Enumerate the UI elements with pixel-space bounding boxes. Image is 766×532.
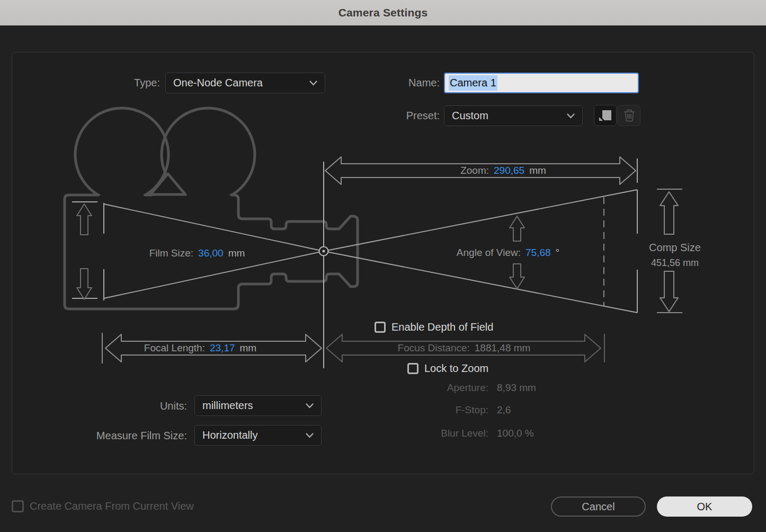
camera-settings-dialog: Camera Settings	[0, 0, 766, 532]
angle-of-view-label: Angle of View:	[457, 247, 521, 259]
focus-distance-dimension-text: Focus Distance: 1881,48 mm	[398, 342, 531, 354]
chevron-down-icon	[309, 81, 317, 86]
film-size-unit: mm	[228, 247, 245, 259]
comp-size-label: Comp Size	[649, 242, 701, 254]
preset-label: Preset:	[376, 109, 440, 122]
focal-length-dimension-text: Focal Length: 23,17 mm	[144, 342, 256, 354]
zoom-label: Zoom:	[460, 165, 489, 176]
trash-icon	[622, 109, 636, 122]
comp-size-text: Comp Size 451,56 mm	[649, 242, 701, 269]
comp-size-value: 451,56 mm	[649, 258, 701, 269]
chevron-down-icon	[567, 113, 575, 119]
preset-select-value: Custom	[452, 110, 488, 122]
chevron-down-icon	[306, 433, 314, 438]
focal-length-unit: mm	[240, 342, 257, 354]
measure-film-size-label: Measure Film Size:	[81, 429, 187, 442]
name-input-selected-text: Camera 1	[449, 75, 497, 91]
measure-film-size-value: Horizontally	[202, 429, 257, 441]
film-size-value[interactable]: 36,00	[198, 247, 224, 259]
aperture-label: Aperture:	[381, 382, 488, 394]
units-select-value: millimeters	[202, 400, 253, 412]
ok-button[interactable]: OK	[657, 496, 752, 517]
type-label: Type:	[96, 76, 160, 89]
focal-length-value[interactable]: 23,17	[210, 342, 235, 354]
aperture-value: 8,93 mm	[497, 382, 536, 394]
enable-dof-checkbox[interactable]	[375, 322, 386, 333]
fstop-label: F-Stop:	[381, 404, 488, 416]
lock-to-zoom-label: Lock to Zoom	[424, 362, 488, 375]
blur-level-label: Blur Level:	[381, 428, 488, 439]
film-size-label: Film Size:	[149, 247, 193, 259]
name-label: Name:	[376, 76, 440, 89]
lock-to-zoom-checkbox[interactable]	[407, 363, 418, 374]
type-select[interactable]: One-Node Camera	[165, 73, 325, 93]
delete-preset-button[interactable]	[618, 105, 640, 126]
film-size-dimension-text: Film Size: 36,00 mm	[149, 247, 245, 259]
save-preset-icon	[598, 109, 612, 122]
zoom-dimension-text: Zoom: 290,65 mm	[460, 165, 546, 176]
focus-distance-value: 1881,48 mm	[475, 342, 531, 354]
focal-length-label: Focal Length:	[144, 342, 205, 354]
angle-of-view-dimension-text: Angle of View: 75,68 °	[457, 247, 559, 259]
focus-distance-label: Focus Distance:	[398, 342, 470, 354]
preset-select[interactable]: Custom	[444, 105, 583, 126]
units-label: Units:	[81, 400, 187, 412]
zoom-value[interactable]: 290,65	[494, 165, 524, 176]
blur-level-value: 100,0 %	[497, 428, 534, 439]
create-camera-checkbox[interactable]	[12, 500, 24, 512]
angle-of-view-unit: °	[556, 247, 560, 259]
create-camera-label: Create Camera From Current View	[30, 500, 194, 512]
viewfinder-triangle-icon	[150, 174, 185, 194]
angle-of-view-value[interactable]: 75,68	[525, 247, 551, 259]
fstop-value: 2,6	[497, 404, 511, 416]
measure-film-size-select[interactable]: Horizontally	[194, 425, 322, 446]
cancel-button[interactable]: Cancel	[551, 496, 646, 517]
save-preset-button[interactable]	[594, 105, 617, 126]
name-input[interactable]: Camera 1	[444, 73, 639, 93]
units-select[interactable]: millimeters	[194, 395, 322, 416]
type-select-value: One-Node Camera	[173, 77, 263, 89]
zoom-unit: mm	[529, 165, 546, 176]
enable-dof-label: Enable Depth of Field	[391, 321, 493, 333]
chevron-down-icon	[306, 403, 314, 409]
